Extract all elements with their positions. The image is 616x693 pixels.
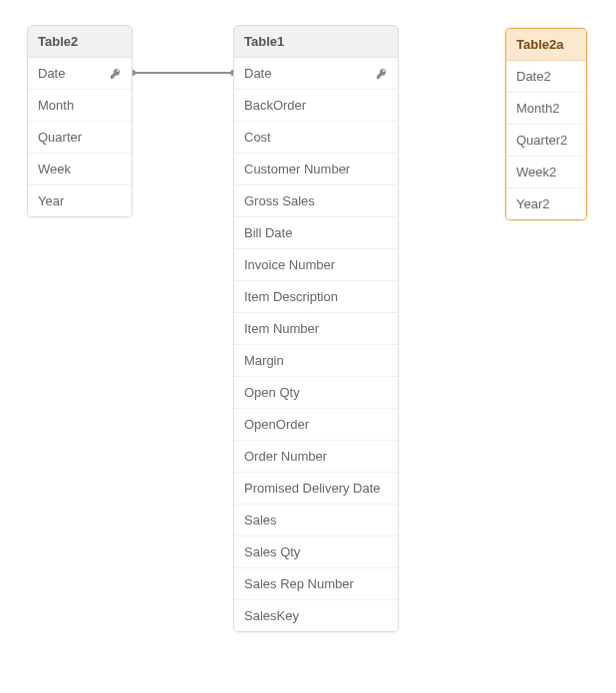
field-row[interactable]: Bill Date	[234, 217, 398, 249]
field-label: Sales Rep Number	[244, 576, 388, 591]
field-label: Month2	[516, 101, 576, 116]
field-label: Date	[38, 66, 104, 81]
field-row[interactable]: Sales Rep Number	[234, 568, 398, 600]
field-label: Date2	[516, 69, 576, 84]
field-label: Customer Number	[244, 162, 388, 176]
field-label: Week	[38, 162, 122, 176]
field-label: Invoice Number	[244, 257, 388, 272]
field-row[interactable]: Week2	[506, 157, 586, 188]
table-title: Table2	[38, 34, 78, 49]
field-label: Week2	[516, 165, 576, 179]
table-title: Table2a	[516, 37, 563, 52]
field-label: Year	[38, 193, 122, 208]
table-table1[interactable]: Table1 Date BackOrder Cost Customer Numb…	[233, 25, 399, 632]
field-label: OpenOrder	[244, 417, 388, 432]
field-row[interactable]: Sales Qty	[234, 536, 398, 568]
table-table2[interactable]: Table2 Date Month Quarter Week Year	[27, 25, 133, 217]
field-label: Date	[244, 66, 370, 81]
field-row[interactable]: Open Qty	[234, 377, 398, 409]
field-row[interactable]: Date	[234, 58, 398, 90]
field-row[interactable]: Item Number	[234, 313, 398, 345]
field-label: Year2	[516, 196, 576, 211]
field-row[interactable]: Promised Delivery Date	[234, 473, 398, 505]
field-row[interactable]: Customer Number	[234, 154, 398, 185]
field-row[interactable]: Week	[28, 154, 132, 185]
field-label: Cost	[244, 130, 388, 145]
field-label: Sales Qty	[244, 544, 388, 559]
key-icon	[110, 68, 122, 80]
field-label: Gross Sales	[244, 193, 388, 208]
table-header[interactable]: Table2a	[506, 29, 586, 61]
field-row[interactable]: Date2	[506, 61, 586, 93]
key-icon	[376, 68, 388, 80]
field-label: Order Number	[244, 449, 388, 464]
field-label: Quarter	[38, 130, 122, 145]
data-model-canvas[interactable]: Table2 Date Month Quarter Week Year Tabl…	[0, 0, 616, 693]
field-row[interactable]: Sales	[234, 505, 398, 536]
field-label: Bill Date	[244, 225, 388, 240]
field-row[interactable]: Month	[28, 90, 132, 122]
field-label: SalesKey	[244, 608, 388, 623]
field-label: Item Description	[244, 289, 388, 304]
field-label: BackOrder	[244, 98, 388, 113]
field-label: Open Qty	[244, 385, 388, 400]
field-row[interactable]: Quarter	[28, 122, 132, 154]
field-row[interactable]: Order Number	[234, 441, 398, 473]
field-label: Item Number	[244, 321, 388, 336]
table-table2a[interactable]: Table2a Date2 Month2 Quarter2 Week2 Year…	[505, 28, 587, 220]
field-row[interactable]: Gross Sales	[234, 185, 398, 217]
field-label: Margin	[244, 353, 388, 368]
field-row[interactable]: Cost	[234, 122, 398, 154]
table-header[interactable]: Table2	[28, 26, 132, 58]
field-row[interactable]: Month2	[506, 93, 586, 125]
field-row[interactable]: BackOrder	[234, 90, 398, 122]
field-row[interactable]: Invoice Number	[234, 249, 398, 281]
field-row[interactable]: Year2	[506, 188, 586, 219]
field-row[interactable]: OpenOrder	[234, 409, 398, 441]
table-header[interactable]: Table1	[234, 26, 398, 58]
field-label: Quarter2	[516, 133, 576, 148]
field-row[interactable]: Date	[28, 58, 132, 90]
field-row[interactable]: SalesKey	[234, 600, 398, 631]
table-title: Table1	[244, 34, 284, 49]
field-label: Month	[38, 98, 122, 113]
field-label: Sales	[244, 513, 388, 527]
field-row[interactable]: Margin	[234, 345, 398, 377]
field-label: Promised Delivery Date	[244, 481, 388, 496]
field-row[interactable]: Item Description	[234, 281, 398, 313]
field-row[interactable]: Year	[28, 185, 132, 216]
field-row[interactable]: Quarter2	[506, 125, 586, 157]
